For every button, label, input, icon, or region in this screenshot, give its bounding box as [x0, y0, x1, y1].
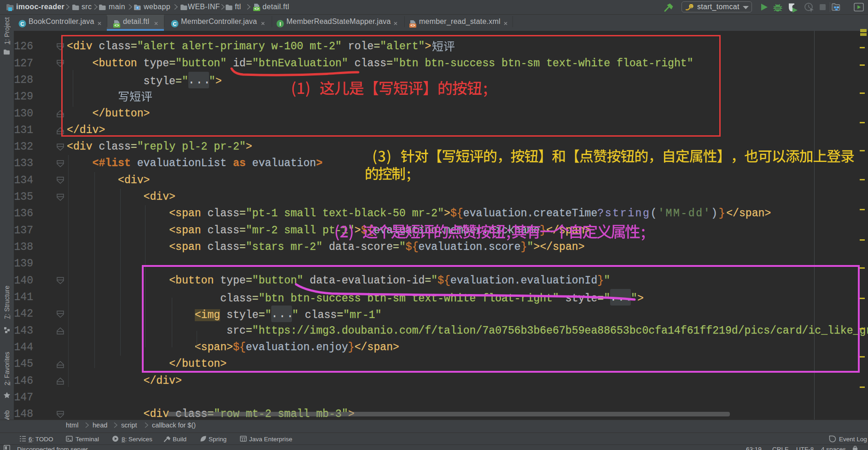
svg-text:I: I — [280, 21, 281, 27]
svg-text:<>: <> — [410, 23, 415, 28]
svg-text:<>: <> — [254, 7, 259, 11]
svg-text:C: C — [173, 21, 176, 27]
svg-text:C: C — [20, 21, 24, 27]
svg-text:<>: <> — [114, 23, 119, 28]
